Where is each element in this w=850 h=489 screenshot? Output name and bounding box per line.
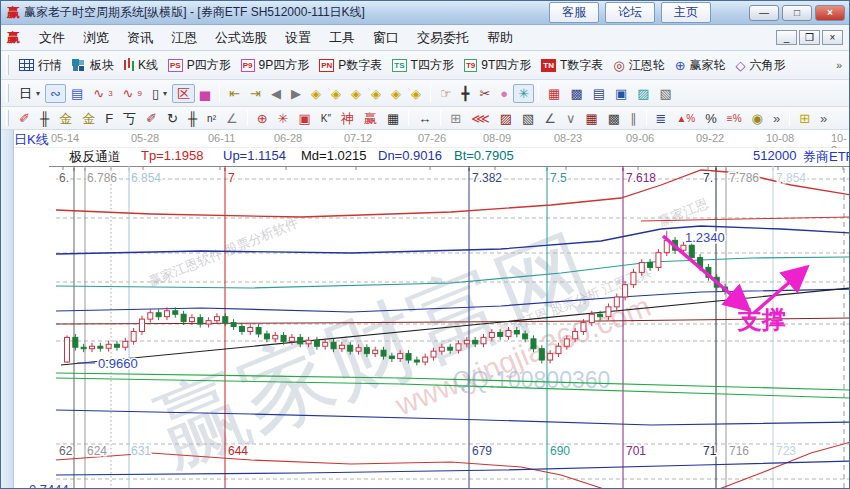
menu-item-1[interactable]: 浏览 — [74, 27, 118, 49]
tb1-button-11[interactable]: ◇六角形 — [731, 54, 791, 77]
tb3-parallel-lines[interactable]: ∥ — [625, 109, 642, 128]
tb3-zigzag[interactable]: ∨ — [561, 109, 581, 128]
tb3-trend-lines[interactable]: ∠ — [539, 109, 561, 128]
tb3-grid-tool[interactable]: ⊞ — [445, 109, 466, 128]
tb3-gann-star[interactable]: ✳ — [273, 109, 294, 128]
tb1-button-8[interactable]: TNT数字表 — [536, 54, 608, 77]
chart-area[interactable]: 赢家财富网www.yingjia360.comQQ:100800360赢家江恩软… — [1, 166, 850, 489]
tb3-grid-red[interactable]: ▦ — [580, 109, 602, 128]
tb2-chip[interactable]: ● — [495, 84, 513, 103]
tb3-gann-box[interactable]: ▣ — [293, 109, 315, 128]
tb1-button-5[interactable]: PNP数字表 — [314, 54, 387, 77]
tb2-wave-3[interactable]: ∿3 — [88, 84, 117, 103]
tb2-calculator[interactable]: ▩ — [565, 84, 587, 103]
tb3-gold-ratio[interactable]: 金 — [54, 109, 77, 128]
tb3-grid-dark[interactable]: ▩ — [603, 109, 625, 128]
tb3-yellow-grid[interactable]: ⊞ — [794, 109, 815, 128]
tb1-button-1[interactable]: 板块 — [67, 54, 119, 77]
menu-item-6[interactable]: 工具 — [320, 27, 364, 49]
tb3-gold-ratio-2[interactable]: 金 — [77, 109, 100, 128]
tb1-button-6[interactable]: TST四方形 — [387, 54, 459, 77]
tb3-ruler[interactable]: ▦ — [382, 109, 404, 128]
tb2-print[interactable]: ▧ — [655, 84, 677, 103]
tb2-zoom-out-all[interactable]: ◈ — [386, 84, 406, 103]
tb1-button-2[interactable]: K线 — [119, 54, 163, 77]
menu-item-7[interactable]: 窗口 — [364, 27, 408, 49]
minimize-button[interactable]: — — [749, 5, 779, 21]
tb2-zoom-in-all[interactable]: ◈ — [406, 84, 426, 103]
tb2-color-bars[interactable]: ▅ — [195, 84, 215, 103]
title-button-2[interactable]: 主页 — [661, 2, 711, 23]
tb2-prev[interactable]: ◀ — [266, 84, 286, 103]
tb3-fence[interactable]: ╫ — [35, 109, 54, 128]
tb1-button-9[interactable]: ◎江恩轮 — [608, 54, 669, 77]
mdi-close-button[interactable]: × — [822, 30, 843, 45]
menu-item-3[interactable]: 江恩 — [162, 27, 206, 49]
tb2-kline-style[interactable]: 日▾ — [14, 84, 45, 103]
tb3-fan-lines[interactable]: ⋘ — [466, 109, 495, 128]
tb3-pen[interactable]: ✐ — [14, 109, 35, 128]
tb3-k-mark[interactable]: K″ — [316, 109, 336, 128]
tb3-percent-up[interactable]: ▲% — [671, 109, 700, 128]
tb1-button-10[interactable]: ⊕赢家轮 — [670, 54, 731, 77]
tb2-cut[interactable]: ✂ — [474, 84, 495, 103]
tb3-measure-h[interactable]: ↔ — [413, 109, 436, 128]
tb2-channel[interactable]: ∾ — [45, 84, 66, 103]
menu-item-8[interactable]: 交易委托 — [408, 27, 478, 49]
tb2-zoom-out-h[interactable]: ◈ — [346, 84, 366, 103]
tb3-gann-circle[interactable]: ⊕ — [252, 109, 273, 128]
tb2-crosshair[interactable]: ╋ — [457, 84, 475, 103]
tb1-button-7[interactable]: T99T四方形 — [459, 54, 536, 77]
menu-item-2[interactable]: 资讯 — [118, 27, 162, 49]
tb3-percent[interactable]: % — [700, 109, 722, 128]
tb3-angle[interactable]: ∠ — [221, 109, 243, 128]
tb3-ying-tool[interactable]: 赢 — [359, 109, 382, 128]
tb3-square-of-nine[interactable]: n² — [202, 109, 221, 128]
tb1-button-4[interactable]: P99P四方形 — [236, 54, 314, 77]
tb3-angle-box[interactable]: ▧ — [517, 109, 539, 128]
tb3-stats[interactable]: ≣ — [651, 109, 672, 128]
title-button-1[interactable]: 论坛 — [605, 2, 655, 23]
tb2-image-export[interactable]: ▨ — [632, 84, 654, 103]
tb2-hand[interactable]: ☞ — [435, 84, 457, 103]
mdi-restore-button[interactable]: ❐ — [799, 30, 820, 45]
tb3-percent-lines[interactable]: ≡% — [722, 109, 747, 128]
mdi-minimize-button[interactable]: _ — [776, 30, 797, 45]
tb3-pen-2[interactable]: ✐ — [141, 109, 162, 128]
tb3-gold-circle[interactable]: ◉ — [747, 109, 768, 128]
tb2-zoom-in-h[interactable]: ◈ — [366, 84, 386, 103]
tb3-more-2[interactable]: » — [815, 109, 832, 128]
tb2-last-bar[interactable]: ⇥ — [245, 84, 266, 103]
maximize-button[interactable]: □ — [782, 5, 812, 21]
tb2-brain[interactable]: ✳ — [513, 84, 534, 103]
menu-item-5[interactable]: 设置 — [276, 27, 320, 49]
kline-chart[interactable]: 赢家财富网www.yingjia360.comQQ:100800360赢家江恩软… — [1, 166, 850, 489]
tb2-pan-right[interactable]: ◈ — [326, 84, 346, 103]
tb3-fan-box[interactable]: ▨ — [495, 109, 517, 128]
tb2-notes[interactable]: ▤ — [588, 84, 610, 103]
tb2-candle-style[interactable]: ▯▾ — [147, 84, 172, 103]
tb1-button-3[interactable]: PSP四方形 — [163, 54, 236, 77]
tb3-spiral[interactable]: 丂 — [118, 109, 141, 128]
menu-item-0[interactable]: 文件 — [30, 27, 74, 49]
tb2-save[interactable]: ▣ — [610, 84, 632, 103]
close-button[interactable]: × — [815, 5, 845, 21]
menu-item-9[interactable]: 帮助 — [478, 27, 522, 49]
tb3-more-1[interactable]: » — [768, 109, 785, 128]
tb2-next[interactable]: ▶ — [286, 84, 306, 103]
tb3-fibonacci[interactable]: F — [100, 109, 118, 128]
title-button-0[interactable]: 客服 — [549, 2, 599, 23]
tb2-pan-left[interactable]: ◈ — [306, 84, 326, 103]
candle-body — [439, 347, 444, 351]
tb3-shen-tool[interactable]: 神 — [336, 109, 359, 128]
menu-item-4[interactable]: 公式选股 — [206, 27, 276, 49]
tb2-wave-9[interactable]: ∿9 — [118, 84, 147, 103]
tb3-cycle-circle[interactable]: ↻ — [162, 109, 183, 128]
tb1-button-0[interactable]: 行情 — [14, 54, 67, 77]
tb2-list[interactable]: ▤ — [66, 84, 88, 103]
tb3-fence-2[interactable]: ╫ — [183, 109, 202, 128]
toolbar1-overflow-chevron[interactable]: » — [833, 59, 845, 71]
tb2-first-bar[interactable]: ⇤ — [224, 84, 245, 103]
tb2-zone[interactable]: 区 — [172, 84, 195, 103]
tb2-calendar[interactable]: ▦ — [543, 84, 565, 103]
